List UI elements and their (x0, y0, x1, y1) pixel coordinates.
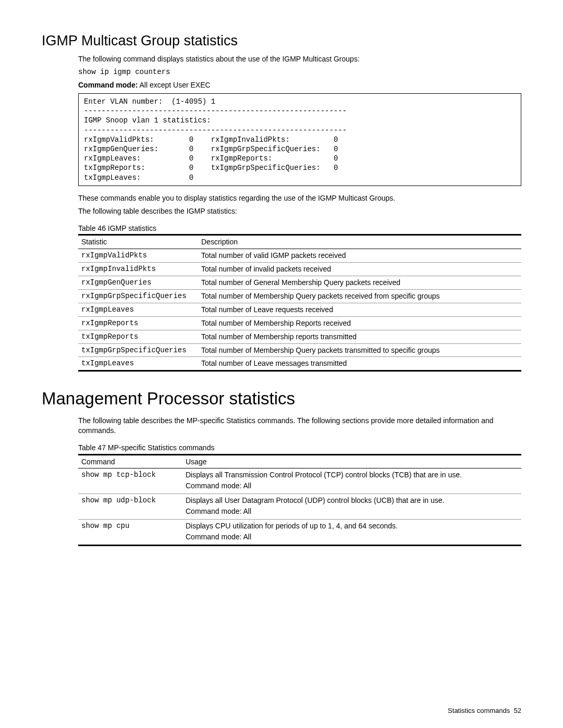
table-47-usage-cell: Displays CPU utilization for periods of … (182, 520, 521, 546)
footer-label: Statistics commands (448, 707, 510, 714)
table-47-command-cell: show mp cpu (78, 520, 182, 546)
table-row: rxIgmpGenQueriesTotal number of General … (78, 276, 521, 290)
table-46-header-statistic: Statistic (78, 235, 198, 249)
command-mode-value: All except User EXEC (138, 81, 210, 89)
usage-line-2: Command mode: All (186, 532, 518, 542)
table-47-usage-cell: Displays all User Datagram Protocol (UDP… (182, 494, 521, 520)
table-47-caption: Table 47 MP-specific Statistics commands (78, 443, 521, 453)
table-row: rxIgmpGrpSpecificQueriesTotal number of … (78, 290, 521, 303)
table-46-caption: Table 46 IGMP statistics (78, 224, 521, 233)
heading-igmp-multicast: IGMP Multicast Group statistics (42, 31, 521, 50)
table-46-statistic-cell: rxIgmpGrpSpecificQueries (78, 290, 198, 303)
table-row: rxIgmpLeavesTotal number of Leave reques… (78, 303, 521, 316)
igmp-intro-text: The following command displays statistic… (78, 54, 521, 64)
table-46-description-cell: Total number of Membership reports trans… (198, 330, 521, 343)
table-row: show mp tcp-blockDisplays all Transmissi… (78, 468, 521, 494)
igmp-after-text-1: These commands enable you to display sta… (78, 193, 521, 203)
usage-line-1: Displays all Transmission Control Protoc… (186, 470, 518, 480)
table-46-statistic-cell: txIgmpReports (78, 330, 198, 343)
table-row: rxIgmpValidPktsTotal number of valid IGM… (78, 249, 521, 263)
usage-line-1: Displays CPU utilization for periods of … (186, 521, 518, 531)
table-row: txIgmpGrpSpecificQueriesTotal number of … (78, 343, 521, 357)
table-46-description-cell: Total number of invalid packets received (198, 263, 521, 276)
table-46-statistic-cell: rxIgmpGenQueries (78, 276, 198, 290)
table-47-command-cell: show mp tcp-block (78, 468, 182, 494)
table-46-statistic-cell: txIgmpGrpSpecificQueries (78, 343, 198, 357)
table-46-description-cell: Total number of Leave requests received (198, 303, 521, 316)
table-row: rxIgmpInvalidPktsTotal number of invalid… (78, 263, 521, 276)
igmp-after-text-2: The following table describes the IGMP s… (78, 206, 521, 216)
table-46-description-cell: Total number of valid IGMP packets recei… (198, 249, 521, 263)
page-footer: Statistics commands 52 (448, 706, 521, 715)
table-46-statistic-cell: rxIgmpValidPkts (78, 249, 198, 263)
igmp-output-block: Enter VLAN number: (1-4095) 1 ----------… (78, 93, 521, 186)
table-46-description-cell: Total number of Membership Query packets… (198, 343, 521, 357)
table-46-statistic-cell: txIgmpLeaves (78, 357, 198, 371)
table-46-statistic-cell: rxIgmpLeaves (78, 303, 198, 316)
table-row: show mp udp-blockDisplays all User Datag… (78, 494, 521, 520)
footer-page-number: 52 (514, 707, 521, 714)
table-47-mp-commands: Command Usage show mp tcp-blockDisplays … (78, 454, 521, 546)
table-46-header-description: Description (198, 235, 521, 249)
usage-line-2: Command mode: All (186, 481, 518, 491)
table-46-description-cell: Total number of Membership Reports recei… (198, 316, 521, 330)
igmp-command-mode: Command mode: All except User EXEC (78, 80, 521, 90)
table-row: rxIgmpReportsTotal number of Membership … (78, 316, 521, 330)
heading-management-processor: Management Processor statistics (42, 387, 521, 411)
table-47-command-cell: show mp udp-block (78, 494, 182, 520)
document-page: IGMP Multicast Group statistics The foll… (0, 0, 563, 728)
table-row: txIgmpLeavesTotal number of Leave messag… (78, 357, 521, 371)
igmp-show-command: show ip igmp counters (78, 67, 521, 77)
table-46-description-cell: Total number of Membership Query packets… (198, 290, 521, 303)
usage-line-1: Displays all User Datagram Protocol (UDP… (186, 496, 518, 505)
mp-intro-text: The following table describes the MP-spe… (78, 416, 521, 436)
table-47-header-command: Command (78, 454, 182, 468)
table-46-description-cell: Total number of General Membership Query… (198, 276, 521, 290)
table-46-description-cell: Total number of Leave messages transmitt… (198, 357, 521, 371)
table-46-igmp-statistics: Statistic Description rxIgmpValidPktsTot… (78, 234, 521, 372)
table-47-usage-cell: Displays all Transmission Control Protoc… (182, 468, 521, 494)
command-mode-label: Command mode: (78, 81, 138, 89)
table-47-header-usage: Usage (182, 454, 521, 468)
table-row: txIgmpReportsTotal number of Membership … (78, 330, 521, 343)
table-46-statistic-cell: rxIgmpReports (78, 316, 198, 330)
table-row: show mp cpuDisplays CPU utilization for … (78, 520, 521, 546)
usage-line-2: Command mode: All (186, 507, 518, 516)
table-46-statistic-cell: rxIgmpInvalidPkts (78, 263, 198, 276)
